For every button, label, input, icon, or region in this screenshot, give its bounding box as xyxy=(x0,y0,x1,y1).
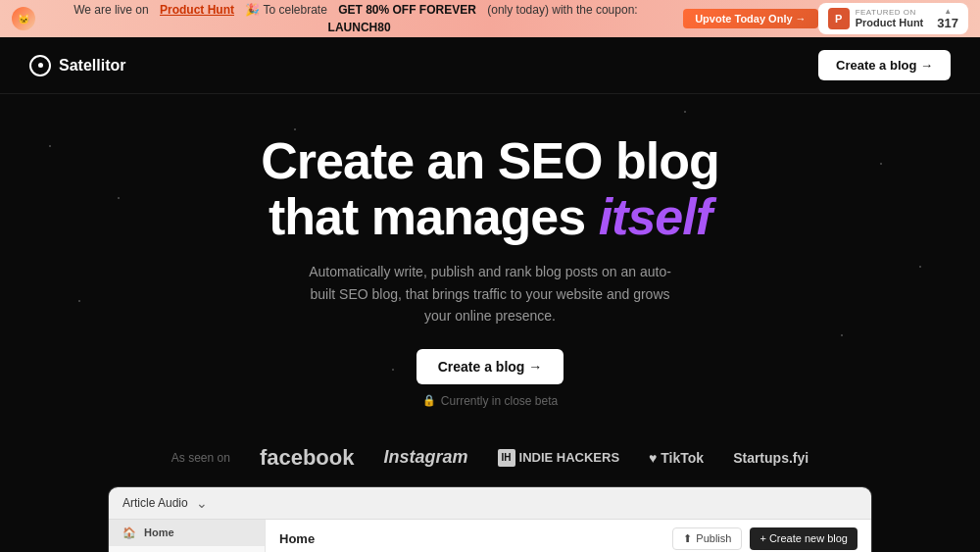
logo-text: Satellitor xyxy=(59,57,125,75)
create-new-blog-button[interactable]: + Create new blog xyxy=(750,527,858,550)
publish-icon: ⬆ xyxy=(683,532,692,545)
particle xyxy=(684,111,686,113)
sidebar-item-business[interactable]: 📋 Business Details xyxy=(109,546,265,552)
navbar: Satellitor Create a blog → xyxy=(0,37,980,94)
dash-body: 🏠 Home 📋 Business Details 👥 Audience 📊 A… xyxy=(109,520,871,552)
particle xyxy=(78,300,80,302)
as-seen-section: As seen on facebook Instagram IH INDIE H… xyxy=(0,437,980,486)
banner-text1: We are live on xyxy=(74,3,148,17)
dash-main-header: Home ⬆ Publish + Create new blog xyxy=(266,520,871,552)
upvote-button[interactable]: Upvote Today Only → xyxy=(683,9,817,28)
hero-headline-line1: Create an SEO blog xyxy=(261,132,718,189)
coupon-text: LAUNCH80 xyxy=(328,21,391,34)
particle xyxy=(392,369,394,371)
publish-button[interactable]: ⬆ Publish xyxy=(672,527,742,550)
discount-text: GET 80% OFF FOREVER xyxy=(338,3,476,17)
logo-dot xyxy=(38,63,43,68)
ph-vote-count: 317 xyxy=(937,16,958,30)
dash-actions: ⬆ Publish + Create new blog xyxy=(672,527,858,550)
particle xyxy=(841,334,843,336)
sidebar-home-label: Home xyxy=(144,527,174,538)
logo-icon xyxy=(29,55,51,76)
dash-arrow-icon: ⌄ xyxy=(196,495,208,511)
product-hunt-link[interactable]: Product Hunt xyxy=(160,3,234,17)
ph-arrow-icon: ▲ xyxy=(944,7,952,16)
ih-text: INDIE HACKERS xyxy=(519,450,620,465)
banner-text2: 🎉 To celebrate xyxy=(245,3,327,17)
as-seen-label: As seen on xyxy=(172,451,230,465)
facebook-logo: facebook xyxy=(260,445,355,471)
banner-text: We are live on Product Hunt 🎉 To celebra… xyxy=(43,3,675,34)
dash-main-title: Home xyxy=(279,531,315,546)
tiktok-logo: ♥ TikTok xyxy=(649,450,704,466)
banner-avatar: 🐱 xyxy=(12,7,35,30)
product-hunt-badge[interactable]: P FEATURED ON Product Hunt ▲ 317 xyxy=(818,3,968,34)
banner-text3: (only today) with the coupon: xyxy=(487,3,637,17)
ph-featured-label: FEATURED ON xyxy=(856,8,924,17)
dash-header: Article Audio ⌄ xyxy=(109,487,871,520)
dashboard-preview: Article Audio ⌄ 🏠 Home 📋 Business Detail… xyxy=(108,486,872,552)
hero-cta-button[interactable]: Create a blog → xyxy=(416,349,564,384)
hero-section: Create an SEO blog that manages itself A… xyxy=(0,94,980,437)
hero-headline-italic: itself xyxy=(599,188,711,245)
banner-content: 🐱 We are live on Product Hunt 🎉 To celeb… xyxy=(12,3,818,34)
dash-header-left: Article Audio ⌄ xyxy=(122,495,208,511)
dash-main: Home ⬆ Publish + Create new blog All Blo… xyxy=(266,520,871,552)
hero-headline-line2: that manages xyxy=(269,188,585,245)
dash-title: Article Audio xyxy=(122,496,188,510)
hero-headline: Create an SEO blog that manages itself xyxy=(20,133,960,245)
indiehackers-logo: IH INDIE HACKERS xyxy=(498,449,620,467)
dashboard-wrapper: Article Audio ⌄ 🏠 Home 📋 Business Detail… xyxy=(0,486,980,552)
top-banner: 🐱 We are live on Product Hunt 🎉 To celeb… xyxy=(0,0,980,37)
dash-sidebar: 🏠 Home 📋 Business Details 👥 Audience 📊 A… xyxy=(109,520,266,552)
particle xyxy=(919,266,921,268)
beta-text: Currently in close beta xyxy=(441,394,558,408)
ih-box-icon: IH xyxy=(498,449,515,467)
ph-text-block: FEATURED ON Product Hunt xyxy=(856,8,924,28)
particle xyxy=(294,128,296,130)
home-icon: 🏠 xyxy=(122,527,136,539)
beta-note: 🔒 Currently in close beta xyxy=(20,394,960,408)
sidebar-item-home[interactable]: 🏠 Home xyxy=(109,520,265,546)
nav-create-blog-button[interactable]: Create a blog → xyxy=(818,50,951,80)
startups-logo: Startups.fyi xyxy=(733,450,808,466)
publish-label: Publish xyxy=(696,532,731,544)
lock-icon: 🔒 xyxy=(422,394,436,407)
ph-logo-icon: P xyxy=(828,8,850,29)
ph-name-label: Product Hunt xyxy=(856,17,924,28)
logo: Satellitor xyxy=(29,55,125,76)
hero-subtext: Automatically write, publish and rank bl… xyxy=(304,261,676,326)
instagram-logo: Instagram xyxy=(383,447,467,468)
